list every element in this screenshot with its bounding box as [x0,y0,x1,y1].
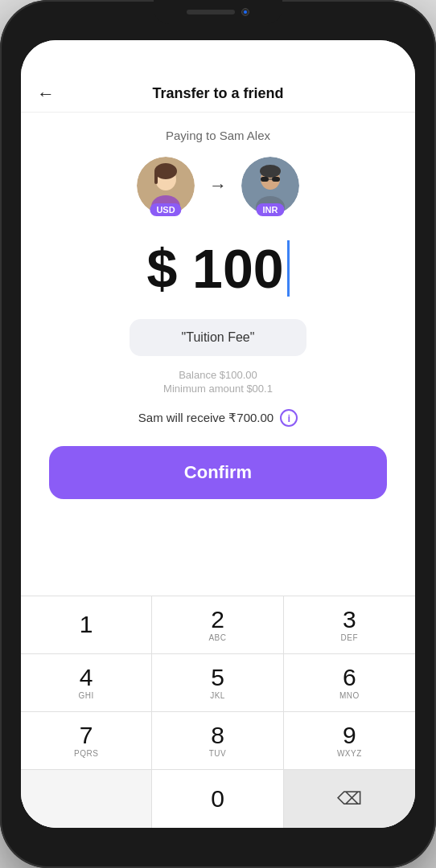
page-title: Transfer to a friend [152,85,283,102]
svg-point-2 [154,163,177,179]
amount-display: $ 100 [146,237,289,300]
svg-point-7 [260,165,281,178]
numpad-backspace-button[interactable]: ⌫ [284,770,415,828]
numpad-key-0[interactable]: 0 [152,770,283,828]
avatar-row: USD → [137,157,299,215]
back-button[interactable]: ← [37,84,55,104]
phone-screen: ← Transfer to a friend Paying to Sam Ale… [21,40,415,828]
svg-rect-8 [261,177,269,182]
backspace-icon: ⌫ [337,788,362,809]
numpad-key-7[interactable]: 7 PQRS [21,712,152,770]
confirm-button[interactable]: Confirm [49,446,387,499]
minimum-text: Minimum amount $00.1 [163,383,273,395]
status-bar [21,40,415,76]
numpad-key-empty [21,770,152,828]
app-content: ← Transfer to a friend Paying to Sam Ale… [21,76,415,828]
balance-info: Balance $100.00 Minimum amount $00.1 [163,369,273,396]
receiver-avatar-container: INR [241,157,299,215]
back-icon: ← [37,84,55,104]
info-icon[interactable]: i [280,409,298,427]
receiver-currency-badge: INR [257,203,285,216]
numpad-key-5[interactable]: 5 JKL [152,654,283,712]
numpad-key-9[interactable]: 9 WXYZ [284,712,415,770]
svg-rect-3 [154,171,158,184]
header: ← Transfer to a friend [21,76,415,113]
balance-text: Balance $100.00 [163,369,273,381]
numpad-key-4[interactable]: 4 GHI [21,654,152,712]
transfer-arrow-icon: → [209,175,227,196]
memo-text: "Tuition Fee" [182,330,255,344]
phone-frame: ← Transfer to a friend Paying to Sam Ale… [0,0,436,868]
numpad-key-2[interactable]: 2 ABC [152,596,283,654]
numpad-key-1[interactable]: 1 [21,596,152,654]
receive-info: Sam will receive ₹700.00 i [138,409,298,427]
sender-avatar-container: USD [137,157,195,215]
memo-field[interactable]: "Tuition Fee" [130,319,306,356]
phone-notch [154,0,282,24]
cursor [287,240,290,297]
camera-icon [241,8,249,16]
numpad-key-3[interactable]: 3 DEF [284,596,415,654]
svg-rect-9 [272,177,280,182]
amount-text: $ 100 [146,237,283,300]
sender-currency-badge: USD [150,203,181,216]
receive-text: Sam will receive ₹700.00 [138,411,274,425]
numpad-key-6[interactable]: 6 MNO [284,654,415,712]
paying-to-label: Paying to Sam Alex [166,129,270,142]
numpad-key-8[interactable]: 8 TUV [152,712,283,770]
main-section: Paying to Sam Alex [21,113,415,596]
speaker-icon [187,10,235,14]
numpad: 1 2 ABC 3 DEF 4 GHI 5 JKL [21,596,415,828]
